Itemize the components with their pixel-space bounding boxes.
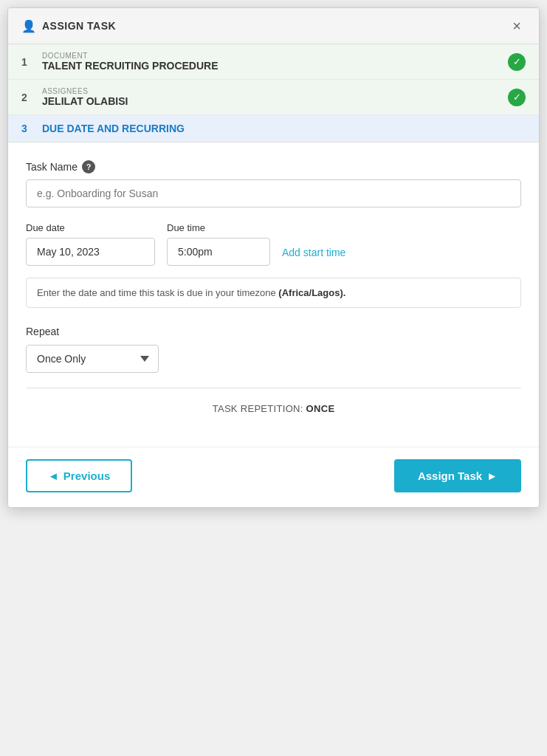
timezone-note: Enter the date and time this task is due… [26,278,521,308]
step-1-label: TALENT RECRUITING PROCEDURE [42,60,508,72]
due-time-group: Due time [167,222,270,266]
step-3-info: DUE DATE AND RECURRING [42,123,526,134]
due-time-input[interactable] [167,238,270,266]
step-2-sublabel: ASSIGNEES [42,87,508,95]
due-date-label: Due date [26,222,155,233]
assign-task-modal: 👤 ASSIGN TASK × 1 DOCUMENT TALENT RECRUI… [7,7,540,508]
step-3-number: 3 [21,123,36,134]
step-2-info: ASSIGNEES JELILAT OLABISI [42,87,508,107]
due-date-group: Due date [26,222,155,266]
divider [26,388,521,388]
assign-task-button[interactable]: Assign Task ► [394,459,521,492]
previous-button[interactable]: ◄ Previous [26,459,132,492]
task-name-group: Task Name ? [26,160,521,207]
repeat-label: Repeat [26,326,521,337]
task-name-label-text: Task Name [26,161,78,173]
task-repetition-info: TASK REPETITION: Once [26,403,521,414]
due-date-input[interactable] [26,238,155,266]
timezone-note-text: Enter the date and time this task is due… [37,287,276,298]
step-1: 1 DOCUMENT TALENT RECRUITING PROCEDURE ✓ [8,44,539,80]
close-button[interactable]: × [508,17,526,35]
step-1-check: ✓ [508,53,526,71]
step-3-label: DUE DATE AND RECURRING [42,123,526,134]
add-start-time-button[interactable]: Add start time [282,239,345,266]
modal-header-left: 👤 ASSIGN TASK [21,19,116,33]
task-name-input[interactable] [26,179,521,207]
help-icon[interactable]: ? [82,160,95,173]
step-1-sublabel: DOCUMENT [42,52,508,60]
step-2-label: JELILAT OLABISI [42,95,508,107]
step-1-info: DOCUMENT TALENT RECRUITING PROCEDURE [42,52,508,72]
modal-title: ASSIGN TASK [42,20,116,32]
previous-label: Previous [63,470,110,482]
task-repetition-label: TASK REPETITION: [213,403,303,414]
due-time-label: Due time [167,222,270,233]
step-1-number: 1 [21,56,36,68]
repeat-group: Repeat Once Only Daily Weekly Monthly Ye… [26,326,521,373]
steps-container: 1 DOCUMENT TALENT RECRUITING PROCEDURE ✓… [8,44,539,142]
task-name-label: Task Name ? [26,160,521,173]
previous-chevron: ◄ [48,470,59,482]
task-repetition-value: Once [306,403,335,414]
modal-header: 👤 ASSIGN TASK × [8,8,539,44]
step-3: 3 DUE DATE AND RECURRING [8,115,539,142]
step-2: 2 ASSIGNEES JELILAT OLABISI ✓ [8,80,539,115]
repeat-select[interactable]: Once Only Daily Weekly Monthly Yearly [26,345,159,373]
user-icon: 👤 [21,19,36,33]
date-time-row: Due date Due time Add start time [26,222,521,266]
modal-body: Task Name ? Due date Due time Add start … [8,142,539,447]
step-2-number: 2 [21,92,36,103]
assign-chevron: ► [486,470,498,482]
modal-footer: ◄ Previous Assign Task ► [8,447,539,507]
step-2-check: ✓ [508,89,526,106]
assign-label: Assign Task [418,470,482,482]
timezone-bold: (Africa/Lagos). [278,287,345,298]
